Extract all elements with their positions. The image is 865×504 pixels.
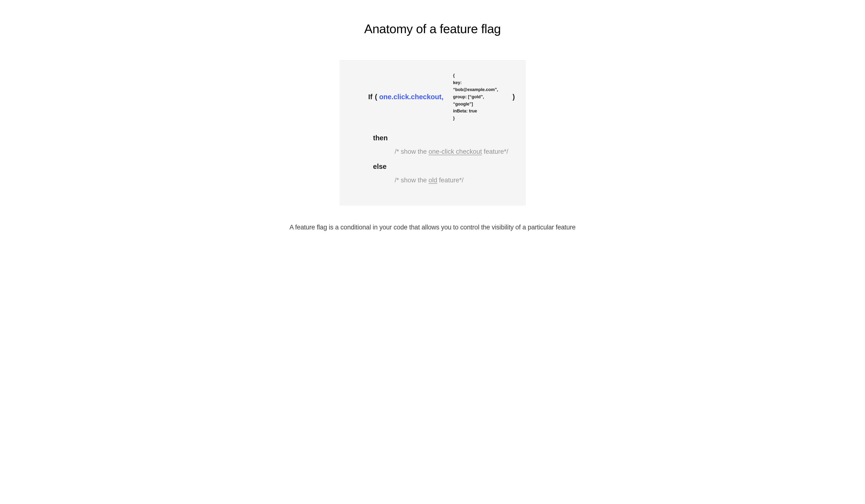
context-inbeta: inBeta: true bbox=[453, 108, 498, 115]
page-title: Anatomy of a feature flag bbox=[364, 22, 501, 36]
else-comment-suffix: feature*/ bbox=[437, 177, 464, 184]
context-object: { key: “bob@example.com”, group: [“gold”… bbox=[453, 72, 498, 122]
paren-close: ) bbox=[512, 93, 515, 101]
context-brace-close: } bbox=[453, 115, 498, 122]
else-comment: /* show the old feature*/ bbox=[395, 177, 514, 184]
footer-description: A feature flag is a conditional in your … bbox=[290, 224, 576, 231]
else-comment-underline: old bbox=[429, 177, 437, 184]
keyword-then: then bbox=[373, 134, 514, 142]
keyword-else: else bbox=[373, 163, 514, 171]
if-row: If ( one.click.checkout, { key: “bob@exa… bbox=[351, 72, 514, 122]
context-key: key: “bob@example.com”, bbox=[453, 79, 498, 93]
keyword-if: If bbox=[368, 93, 373, 101]
paren-open: ( bbox=[375, 93, 377, 101]
then-comment-suffix: feature*/ bbox=[482, 148, 508, 155]
flag-name: one.click.checkout, bbox=[379, 93, 443, 101]
code-block: If ( one.click.checkout, { key: “bob@exa… bbox=[339, 60, 526, 206]
context-brace-open: { bbox=[453, 72, 498, 79]
else-comment-prefix: /* show the bbox=[395, 177, 429, 184]
context-group: group: [“gold”, “google”] bbox=[453, 93, 498, 108]
then-comment-prefix: /* show the bbox=[395, 148, 429, 155]
then-comment: /* show the one-click checkout feature*/ bbox=[395, 148, 514, 155]
then-comment-underline: one-click checkout bbox=[429, 148, 482, 155]
